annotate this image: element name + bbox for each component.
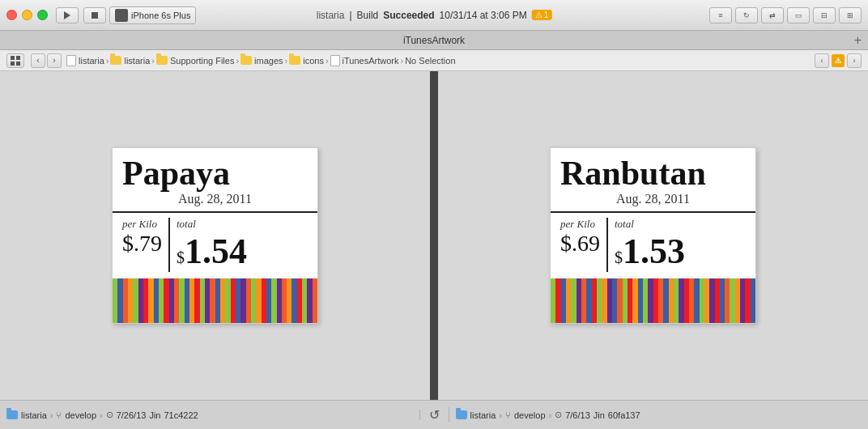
left-card: Papaya Aug. 28, 2011 per Kilo $.79 total… [112, 147, 318, 324]
grid-view-button[interactable] [6, 53, 24, 68]
folder-icon [156, 56, 168, 65]
barcode-bar [751, 278, 755, 323]
project-name: listaria [317, 10, 345, 21]
clock-icon-left: ⊙ [106, 410, 113, 420]
multi-pane-button[interactable]: ⊞ [839, 7, 862, 23]
breadcrumb-item-itunesartwork[interactable]: iTunesArtwork [330, 55, 399, 66]
status-sep-2: › [100, 410, 103, 420]
breadcrumb-sep-4: › [285, 56, 288, 66]
play-icon [64, 11, 70, 19]
refresh-button[interactable]: ↻ [735, 7, 758, 23]
right-card-prices: per Kilo $.69 total $1.53 [551, 213, 755, 278]
status-left: listaria › ⑂ develop › ⊙ 7/26/13 Jin 71c… [0, 410, 420, 420]
add-tab-button[interactable]: + [854, 33, 862, 48]
breadcrumb-sep-5: › [326, 56, 329, 66]
left-card-prices: per Kilo $.79 total $1.54 [113, 213, 317, 278]
right-total-label: total [615, 218, 685, 231]
status-right-branch: develop [514, 410, 546, 420]
toolbar-right: ≡ ↻ ⇄ ▭ ⊟ ⊞ [709, 7, 862, 23]
warning-count: 1 [544, 11, 549, 19]
hamburger-button[interactable]: ≡ [709, 7, 732, 23]
close-button[interactable] [6, 10, 17, 20]
back-forward-button[interactable]: ⇄ [761, 7, 784, 23]
status-sep-4: › [549, 410, 552, 420]
maximize-button[interactable] [37, 10, 48, 20]
breadcrumb-item-listaria-folder[interactable]: listaria [110, 56, 150, 66]
left-per-kilo-col: per Kilo $.79 [122, 218, 162, 272]
file-icon [66, 55, 76, 66]
breadcrumb-item-no-selection: No Selection [405, 56, 455, 66]
svg-rect-2 [11, 62, 15, 66]
breadcrumb-label: Supporting Files [170, 56, 235, 66]
warning-badge[interactable]: ⚠ 1 [532, 10, 552, 20]
branch-icon-left: ⑂ [56, 410, 62, 420]
right-total-num: 1.53 [623, 231, 685, 271]
breadcrumb-item-icons[interactable]: icons [289, 56, 324, 66]
breadcrumb-item-images[interactable]: images [240, 56, 283, 66]
right-per-kilo-label: per Kilo [560, 218, 600, 231]
breadcrumb-label: icons [303, 56, 324, 66]
right-total-dollar: $ [615, 248, 623, 266]
left-total-label: total [177, 218, 247, 231]
status-center: ↺ [420, 407, 449, 423]
breadcrumb-nav: ‹ › [31, 53, 62, 68]
warning-icon-small[interactable]: ⚠ [832, 54, 845, 67]
left-per-kilo-value: $.79 [122, 231, 162, 257]
left-card-header: Papaya Aug. 28, 2011 [113, 148, 317, 213]
status-left-folder-icon [6, 410, 18, 419]
breadcrumb-sep-2: › [151, 56, 155, 66]
split-pane-button[interactable]: ⊟ [813, 7, 836, 23]
main-content: Papaya Aug. 28, 2011 per Kilo $.79 total… [0, 71, 868, 400]
right-card: Ranbutan Aug. 28, 2011 per Kilo $.69 tot… [550, 147, 756, 324]
single-pane-button[interactable]: ▭ [787, 7, 810, 23]
branch-icon-right: ⑂ [505, 410, 511, 420]
minimize-button[interactable] [22, 10, 32, 20]
breadcrumb-item-supporting[interactable]: Supporting Files [156, 56, 235, 66]
breadcrumb-right: ‹ ⚠ › [815, 53, 862, 68]
svg-rect-1 [16, 56, 20, 60]
right-pane: Ranbutan Aug. 28, 2011 per Kilo $.69 tot… [438, 71, 868, 400]
statusbar: listaria › ⑂ develop › ⊙ 7/26/13 Jin 71c… [0, 400, 868, 429]
breadcrumb-back-button[interactable]: ‹ [815, 53, 829, 68]
toolbar-controls [56, 7, 106, 23]
right-card-date: Aug. 28, 2011 [560, 192, 746, 206]
stop-icon [91, 12, 98, 19]
right-total-value: $1.53 [615, 231, 685, 272]
svg-rect-3 [16, 62, 20, 66]
status-right: listaria › ⑂ develop › ⊙ 7/6/13 Jin 60fa… [449, 410, 869, 420]
nav-back-button[interactable]: ‹ [31, 53, 45, 68]
status-right-date: 7/6/13 [565, 410, 590, 420]
right-card-header: Ranbutan Aug. 28, 2011 [551, 148, 755, 213]
history-icon[interactable]: ↺ [429, 407, 440, 423]
breadcrumb-label: listaria [124, 56, 150, 66]
right-barcode [551, 278, 755, 323]
barcode-bar [313, 278, 317, 323]
left-total-value: $1.54 [177, 231, 247, 272]
left-card-title: Papaya [122, 156, 308, 190]
left-total-num: 1.54 [185, 231, 247, 271]
tabbar: iTunesArtwork + [0, 31, 868, 50]
left-pane: Papaya Aug. 28, 2011 per Kilo $.79 total… [0, 71, 430, 400]
breadcrumb-forward-button[interactable]: › [847, 53, 862, 68]
breadcrumb-label: iTunesArtwork [343, 56, 399, 66]
left-per-kilo-label: per Kilo [122, 218, 162, 231]
right-per-kilo-value: $.69 [560, 231, 600, 257]
folder-icon [240, 56, 252, 65]
stop-button[interactable] [83, 7, 106, 23]
nav-forward-button[interactable]: › [47, 53, 62, 68]
status-left-branch: develop [65, 410, 96, 420]
status-left-user: Jin [149, 410, 160, 420]
warning-icon: ⚠ [535, 11, 542, 19]
left-barcode [113, 278, 317, 323]
build-datetime: 10/31/14 at 3:06 PM [440, 10, 527, 21]
device-selector[interactable]: iPhone 6s Plus [109, 6, 196, 24]
status-right-folder: listaria [470, 410, 496, 420]
breadcrumb-label: images [254, 56, 283, 66]
right-card-title: Ranbutan [560, 156, 746, 190]
folder-icon [110, 56, 121, 65]
breadcrumb-item-listaria-file[interactable]: listaria [66, 55, 104, 66]
right-total-col: total $1.53 [615, 218, 685, 272]
svg-rect-0 [11, 56, 15, 60]
play-button[interactable] [56, 7, 79, 23]
status-right-hash: 60fa137 [608, 410, 640, 420]
